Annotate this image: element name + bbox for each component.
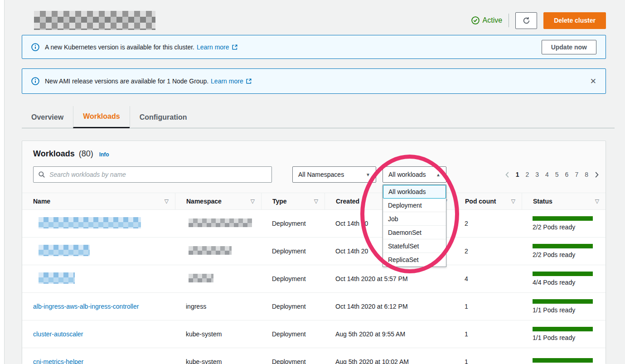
left-panel-rail[interactable]	[0, 0, 5, 364]
tab-workloads[interactable]: Workloads	[73, 106, 130, 128]
page-number[interactable]: 2	[525, 171, 529, 178]
workload-pod-count: 1	[454, 330, 522, 338]
workload-name-redacted[interactable]	[39, 272, 75, 284]
cluster-status-label: Active	[483, 16, 503, 24]
status-bar	[533, 358, 593, 363]
search-icon	[38, 171, 45, 178]
page-number[interactable]: 7	[575, 171, 578, 178]
external-link-icon	[232, 44, 238, 50]
workload-type: Deployment	[261, 303, 325, 310]
dropdown-option-deployment[interactable]: Deployment	[383, 199, 446, 212]
dropdown-option-all-workloads[interactable]: All workloads	[383, 185, 446, 199]
status-bar	[533, 327, 593, 331]
banner-text: A new Kubernetes version is available fo…	[45, 44, 194, 51]
page-number[interactable]: 6	[565, 171, 569, 178]
status-text: 4/4 Pods ready	[533, 279, 575, 286]
previous-page-icon[interactable]	[505, 171, 509, 178]
delete-cluster-button[interactable]: Delete cluster	[543, 12, 606, 29]
page-number[interactable]: 8	[585, 171, 588, 178]
workload-type-dropdown-menu: All workloads Deployment Job DaemonSet S…	[383, 184, 446, 267]
info-icon	[31, 77, 39, 85]
next-page-icon[interactable]	[595, 171, 599, 178]
search-workloads-input[interactable]	[49, 171, 267, 178]
workload-pod-count: 1	[454, 358, 522, 364]
info-link[interactable]: Info	[99, 151, 109, 158]
tab-configuration[interactable]: Configuration	[130, 106, 197, 128]
workload-pod-count: 4	[454, 275, 522, 282]
workload-type: Deployment	[261, 330, 325, 338]
dropdown-option-statefulset[interactable]: StatefulSet	[383, 239, 446, 253]
panel-title: Workloads	[33, 149, 75, 159]
refresh-icon	[523, 17, 530, 24]
page-number[interactable]: 4	[545, 171, 549, 178]
status-text: 2/2 Pods ready	[533, 223, 575, 231]
column-header-status[interactable]: Status▽	[522, 193, 606, 209]
cluster-tabs: Overview Workloads Configuration	[22, 106, 197, 128]
status-bar	[533, 299, 593, 304]
chevron-down-icon: ▼	[366, 172, 370, 177]
status-text: 1/1 Pods ready	[533, 306, 575, 314]
namespace-filter-select[interactable]: All Namespaces ▼	[292, 166, 376, 183]
cluster-actions: Active Delete cluster	[471, 12, 606, 29]
column-header-namespace[interactable]: Namespace▽	[175, 193, 261, 209]
table-row: Deployment Oct 14th 20 2 2/2 Pods ready	[22, 238, 606, 265]
check-circle-icon	[471, 16, 480, 24]
workload-type-filter-select[interactable]: All workloads ▲	[383, 166, 446, 183]
workload-name-link[interactable]: cluster-autoscaler	[33, 330, 83, 338]
search-workloads-input-wrap	[33, 166, 272, 183]
workload-name-link[interactable]: cni-metrics-helper	[33, 358, 83, 364]
sort-icon: ▽	[511, 198, 515, 204]
workload-type: Deployment	[261, 275, 325, 282]
dropdown-option-replicaset[interactable]: ReplicaSet	[383, 253, 446, 267]
cluster-name-redacted	[34, 11, 155, 30]
sort-icon: ▽	[595, 198, 599, 204]
namespace-redacted	[189, 274, 213, 282]
table-row: Deployment Oct 14th 20 2 2/2 Pods ready	[22, 210, 606, 238]
workload-name-redacted[interactable]	[39, 245, 90, 256]
table-row: cluster-autoscaler kube-system Deploymen…	[22, 320, 606, 348]
banner-text: New AMI release versions are available f…	[45, 78, 208, 85]
dropdown-option-job[interactable]: Job	[383, 212, 446, 226]
cluster-status: Active	[471, 16, 503, 24]
pagination: 1 2 3 4 5 6 7 8	[505, 171, 599, 178]
info-icon	[31, 43, 39, 51]
sort-icon: ▽	[314, 198, 318, 204]
dropdown-option-daemonset[interactable]: DaemonSet	[383, 226, 446, 239]
status-bar	[533, 244, 593, 248]
workload-created: Aug 5th 2020 at 9:55 AM	[325, 330, 454, 338]
workload-pod-count: 2	[454, 248, 522, 255]
column-header-type[interactable]: Type▽	[261, 193, 325, 209]
external-link-icon	[246, 78, 252, 84]
kubernetes-version-banner: A new Kubernetes version is available fo…	[22, 35, 606, 59]
workload-type: Deployment	[261, 248, 325, 255]
table-header-row: Name▽ Namespace▽ Type▽ Created▽ Pod coun…	[22, 193, 606, 210]
column-header-pod-count[interactable]: Pod count▽	[454, 193, 522, 209]
workload-namespace: ingress	[175, 303, 261, 310]
chevron-up-icon: ▲	[436, 172, 441, 177]
close-icon[interactable]: ✕	[590, 78, 596, 85]
learn-more-link[interactable]: Learn more	[197, 44, 238, 51]
workload-namespace: kube-system	[175, 358, 261, 364]
status-bar	[533, 216, 593, 221]
workload-name-link[interactable]: alb-ingress-aws-alb-ingress-controller	[33, 303, 139, 310]
page-number[interactable]: 3	[535, 171, 539, 178]
tab-overview[interactable]: Overview	[22, 106, 73, 128]
workload-type: Deployment	[261, 358, 325, 364]
workload-count: (80)	[79, 149, 93, 159]
update-now-button[interactable]: Update now	[542, 40, 596, 54]
workloads-panel: Workloads (80) Info All Namespaces ▼ All…	[22, 141, 606, 364]
workload-name-redacted[interactable]	[39, 217, 141, 228]
workloads-panel-header: Workloads (80) Info All Namespaces ▼ All…	[22, 141, 606, 183]
status-text: 2/2 Pods ready	[533, 251, 575, 258]
page-number[interactable]: 1	[516, 171, 519, 178]
sort-icon: ▽	[251, 198, 255, 204]
refresh-button[interactable]	[515, 12, 537, 29]
table-row: cni-metrics-helper kube-system Deploymen…	[22, 348, 606, 364]
column-header-name[interactable]: Name▽	[22, 193, 175, 209]
workload-type: Deployment	[261, 220, 325, 227]
divider	[509, 14, 509, 27]
learn-more-link[interactable]: Learn more	[211, 78, 252, 85]
table-row: alb-ingress-aws-alb-ingress-controller i…	[22, 293, 606, 320]
page-number[interactable]: 5	[555, 171, 559, 178]
sort-icon: ▽	[165, 198, 169, 204]
